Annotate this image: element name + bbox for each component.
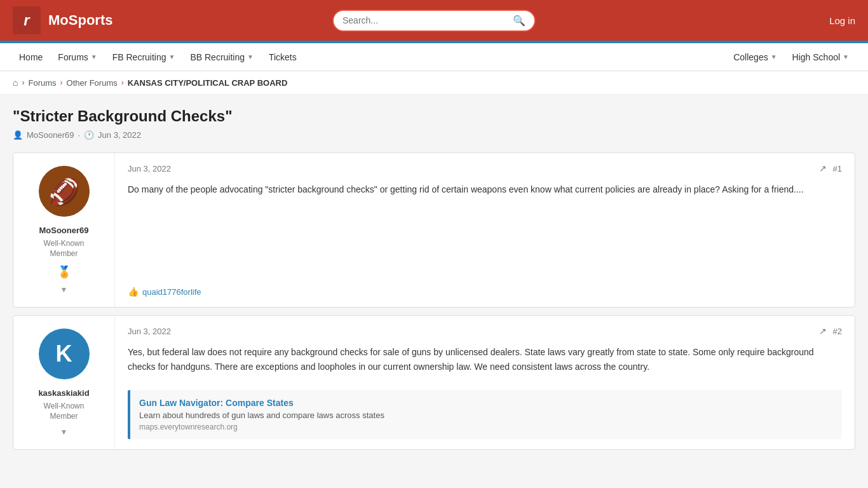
post-2-main: Jun 3, 2022 ↗ #2 Yes, but federal law do… (115, 316, 855, 449)
nav-colleges[interactable]: Colleges ▼ (727, 43, 783, 71)
post-1-share[interactable]: ↗ (819, 163, 827, 173)
avatar-svg-1: 🏈 (39, 166, 90, 217)
post-2-actions: ↗ #2 (819, 326, 842, 336)
search-input[interactable] (342, 15, 513, 25)
nav-left: Home Forums ▼ FB Recruiting ▼ BB Recruit… (13, 43, 727, 71)
nav-right: Colleges ▼ High School ▼ (727, 43, 855, 71)
post-2-date: Jun 3, 2022 (128, 327, 171, 336)
post-2-num: #2 (833, 327, 842, 336)
thread-date: Jun 3, 2022 (98, 130, 141, 140)
breadcrumb-current: KANSAS CITY/POLITICAL CRAP BOARD (128, 78, 288, 88)
post-2-body: Yes, but federal law does not require an… (128, 345, 842, 381)
post-1-badge: 🏅 (57, 265, 71, 279)
thread-meta: 👤 MoSooner69 · 🕐 Jun 3, 2022 (13, 130, 855, 140)
post-1-date: Jun 3, 2022 (128, 164, 171, 173)
breadcrumb-forums[interactable]: Forums (28, 78, 56, 88)
nav-forums[interactable]: Forums ▼ (51, 43, 103, 71)
thread-title: "Stricter Background Checks" (13, 107, 855, 125)
sep-2: › (60, 78, 63, 87)
post-1-num: #1 (833, 164, 842, 173)
post-2-header: Jun 3, 2022 ↗ #2 (128, 326, 842, 336)
bb-arrow: ▼ (247, 53, 254, 60)
main-nav: Home Forums ▼ FB Recruiting ▼ BB Recruit… (0, 43, 868, 71)
post-1-role: Well-Known Member (44, 239, 85, 259)
clock-icon: 🕐 (84, 130, 94, 140)
post-1-actions: ↗ #1 (819, 163, 842, 173)
post-1-expand[interactable]: ▼ (60, 285, 68, 294)
thread-author: MoSooner69 (27, 130, 74, 140)
user-icon: 👤 (13, 130, 23, 140)
post-1-main: Jun 3, 2022 ↗ #1 Do many of the people a… (115, 153, 855, 307)
search-button[interactable]: 🔍 (513, 15, 526, 27)
site-name: MoSports (48, 12, 112, 29)
post-1-header: Jun 3, 2022 ↗ #1 (128, 163, 842, 173)
login-link[interactable]: Log in (829, 15, 855, 26)
link-preview: Gun Law Navigator: Compare States Learn … (128, 390, 842, 439)
colleges-arrow: ▼ (771, 53, 777, 60)
search-bar: 🔍 (332, 10, 536, 32)
nav-fb-recruiting[interactable]: FB Recruiting ▼ (106, 43, 182, 71)
sep-3: › (121, 78, 124, 87)
nav-tickets[interactable]: Tickets (262, 43, 303, 71)
link-preview-url: maps.everytownresearch.org (139, 423, 833, 431)
post-1-avatar: 🏈 (39, 166, 90, 217)
svg-text:🏈: 🏈 (48, 177, 80, 207)
breadcrumb: ⌂ › Forums › Other Forums › KANSAS CITY/… (0, 71, 868, 95)
fb-arrow: ▼ (169, 53, 175, 60)
high-school-arrow: ▼ (843, 53, 849, 60)
nav-home[interactable]: Home (13, 43, 49, 71)
site-header: r MoSports 🔍 Log in (0, 0, 868, 41)
svg-point-0 (39, 166, 90, 217)
thread-meta-dot: · (78, 130, 80, 140)
post-2-share[interactable]: ↗ (819, 326, 827, 336)
post-2-avatar: K (39, 329, 90, 379)
page-content: "Stricter Background Checks" 👤 MoSooner6… (0, 95, 868, 470)
nav-high-school[interactable]: High School ▼ (786, 43, 855, 71)
post-1-body: Do many of the people advocating "strict… (128, 182, 842, 276)
post-1: 🏈 MoSooner69 Well-Known Member 🏅 ▼ Jun 3… (13, 152, 855, 308)
post-2-expand[interactable]: ▼ (60, 428, 68, 437)
like-icon-1: 👍 (128, 287, 139, 297)
post-2: K kaskaskiakid Well-Known Member ▼ Jun 3… (13, 315, 855, 450)
post-2-username[interactable]: kaskaskiakid (38, 388, 89, 398)
post-1-username[interactable]: MoSooner69 (39, 226, 88, 235)
post-1-liker[interactable]: quaid1776forlife (142, 287, 201, 297)
link-preview-title[interactable]: Gun Law Navigator: Compare States (139, 398, 833, 408)
post-2-role: Well-Known Member (44, 402, 85, 421)
logo-area: r MoSports (13, 6, 112, 34)
link-preview-desc: Learn about hundreds of gun laws and com… (139, 410, 833, 420)
home-icon[interactable]: ⌂ (13, 78, 18, 88)
post-1-sidebar: 🏈 MoSooner69 Well-Known Member 🏅 ▼ (13, 153, 115, 307)
post-1-footer: 👍 quaid1776forlife (128, 287, 842, 297)
logo-icon: r (13, 6, 41, 34)
breadcrumb-other-forums[interactable]: Other Forums (67, 78, 118, 88)
post-2-sidebar: K kaskaskiakid Well-Known Member ▼ (13, 316, 115, 449)
sep-1: › (22, 78, 24, 87)
nav-bb-recruiting[interactable]: BB Recruiting ▼ (184, 43, 260, 71)
forums-arrow: ▼ (91, 53, 97, 60)
